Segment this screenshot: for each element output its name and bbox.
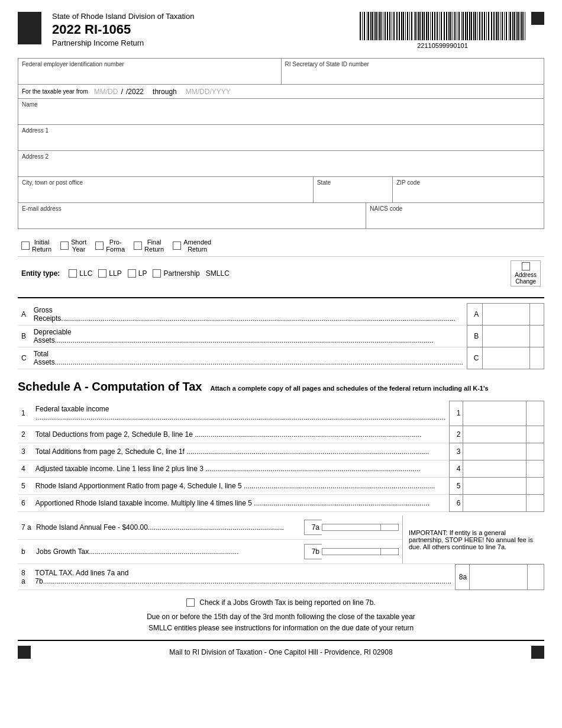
line-3-cents[interactable]: [527, 443, 544, 460]
address-change-checkbox[interactable]: [522, 262, 530, 270]
line-7b-cents[interactable]: [381, 548, 399, 555]
row-b-cents[interactable]: [529, 325, 544, 347]
checkbox-final-return: FinalReturn: [134, 239, 164, 253]
final-return-checkbox[interactable]: [134, 241, 142, 250]
line-8a-amount[interactable]: [470, 565, 528, 590]
table-row: C Total Assets..........................…: [18, 347, 544, 369]
date-year: /2022: [126, 88, 144, 96]
lp-checkbox[interactable]: [128, 269, 136, 278]
abc-table: A Gross Receipts........................…: [18, 303, 544, 369]
line-3-desc: Total Additions from page 2, Schedule C,…: [32, 443, 450, 460]
address2-label: Address 2: [22, 153, 540, 160]
line-8a-desc: TOTAL TAX. Add lines 7a and 7b..........…: [31, 565, 455, 590]
entity-row: Entity type: LLC LLP LP Partnership SMLL…: [18, 257, 544, 290]
initial-return-checkbox[interactable]: [21, 241, 30, 250]
header-title: State of Rhode Island Division of Taxati…: [52, 12, 348, 47]
table-row: 8 a TOTAL TAX. Add lines 7a and 7b......…: [18, 565, 544, 590]
line-1-cents[interactable]: [527, 401, 544, 426]
cell-state: State: [314, 177, 393, 202]
row-c-cents[interactable]: [529, 347, 544, 369]
row-c-amount[interactable]: [483, 347, 529, 369]
line-8a-cents[interactable]: [527, 565, 544, 590]
important-note: IMPORTANT: If entity is a general partne…: [402, 516, 544, 563]
due-date-line1: Due on or before the 15th day of the 3rd…: [147, 613, 415, 621]
naics-label: NAICS code: [370, 205, 540, 212]
row-a-cents[interactable]: [529, 304, 544, 326]
cell-address1: Address 1: [18, 125, 544, 150]
line-4-cents[interactable]: [527, 460, 544, 478]
partnership-checkbox[interactable]: [153, 269, 161, 278]
line-5-num: 5: [18, 478, 32, 495]
line-7a-amount[interactable]: [322, 524, 381, 531]
line-1-amount[interactable]: [463, 401, 527, 426]
llp-checkbox[interactable]: [98, 269, 106, 278]
email-input[interactable]: [22, 213, 362, 226]
lp-label: LP: [138, 269, 147, 278]
line-7a-ref: 7a: [304, 520, 322, 535]
line-5-amount[interactable]: [463, 478, 527, 495]
pro-forma-checkbox[interactable]: [95, 241, 104, 250]
schedule-a-title: Schedule A - Computation of Tax: [18, 380, 202, 394]
row-a-ref: A: [467, 304, 483, 326]
amended-return-checkbox[interactable]: [173, 241, 181, 250]
due-date-text: Due on or before the 15th day of the 3rd…: [18, 611, 544, 634]
line-4-num: 4: [18, 460, 32, 478]
row-c-desc: Total Assets............................…: [30, 347, 467, 369]
line-6-cents[interactable]: [527, 495, 544, 512]
table-row: A Gross Receipts........................…: [18, 304, 544, 326]
line-4-amount[interactable]: [463, 460, 527, 478]
state-input[interactable]: [317, 187, 389, 200]
line8a-table: 8 a TOTAL TAX. Add lines 7a and 7b......…: [18, 564, 544, 590]
important-note-text: IMPORTANT: If entity is a general partne…: [409, 529, 538, 550]
entity-lp: LP: [128, 269, 147, 278]
line-7a-cents[interactable]: [381, 524, 399, 531]
header-section: State of Rhode Island Division of Taxati…: [18, 12, 544, 49]
line-6-amount[interactable]: [463, 495, 527, 512]
barcode-image: [360, 12, 525, 40]
short-year-checkbox[interactable]: [60, 241, 69, 250]
line-4-desc: Adjusted taxable income. Line 1 less lin…: [32, 460, 450, 478]
line-8a-num: 8 a: [18, 565, 31, 590]
taxable-year-label: For the taxable year from: [22, 88, 88, 95]
naics-input[interactable]: [370, 213, 540, 226]
llc-checkbox[interactable]: [69, 269, 77, 278]
footer-box-left: [18, 646, 31, 659]
city-input[interactable]: [22, 187, 309, 200]
section-divider-1: [18, 297, 544, 298]
row-c-letter: C: [18, 347, 30, 369]
address1-label: Address 1: [22, 127, 540, 134]
row-address1: Address 1: [18, 125, 544, 151]
date-slash: /: [121, 87, 123, 96]
corner-box-right: [531, 12, 544, 25]
line-5-cents[interactable]: [527, 478, 544, 495]
form-desc: Partnership Income Return: [52, 38, 348, 47]
row-a-desc: Gross Receipts..........................…: [30, 304, 467, 326]
line-4-ref: 4: [450, 460, 463, 478]
footer-mail-text: Mail to RI Division of Taxation - One Ca…: [31, 648, 531, 656]
ein-label: Federal employer identification number: [22, 61, 277, 67]
name-input[interactable]: [22, 109, 540, 122]
jobs-growth-notice-text: Check if a Jobs Growth Tax is being repo…: [199, 598, 375, 607]
footer-box-right: [531, 646, 544, 659]
jobs-growth-checkbox[interactable]: [186, 598, 195, 607]
row-b-letter: B: [18, 325, 30, 347]
zip-input[interactable]: [396, 187, 540, 200]
checkbox-pro-forma: Pro-Forma: [95, 239, 125, 253]
line-2-amount[interactable]: [463, 426, 527, 443]
address2-input[interactable]: [22, 161, 540, 174]
line-7b-amount[interactable]: [322, 548, 381, 555]
row-a-amount[interactable]: [483, 304, 529, 326]
row-city-state-zip: City, town or post office State ZIP code: [18, 177, 544, 203]
address1-input[interactable]: [22, 135, 540, 148]
row-b-amount[interactable]: [483, 325, 529, 347]
schedule-a-table: 1 Federal taxable income ...............…: [18, 401, 544, 513]
line-2-cents[interactable]: [527, 426, 544, 443]
date-input-area: MM/DD / /2022 through MM/DD/YYYY: [94, 87, 231, 96]
table-row: 6 Apportioned Rhode Island taxable incom…: [18, 495, 544, 512]
llc-label: LLC: [79, 269, 92, 278]
ri-secretary-input[interactable]: [285, 69, 541, 82]
ein-input[interactable]: [22, 69, 277, 82]
line-2-ref: 2: [450, 426, 463, 443]
line-3-amount[interactable]: [463, 443, 527, 460]
date-from-placeholder: MM/DD: [94, 88, 118, 96]
